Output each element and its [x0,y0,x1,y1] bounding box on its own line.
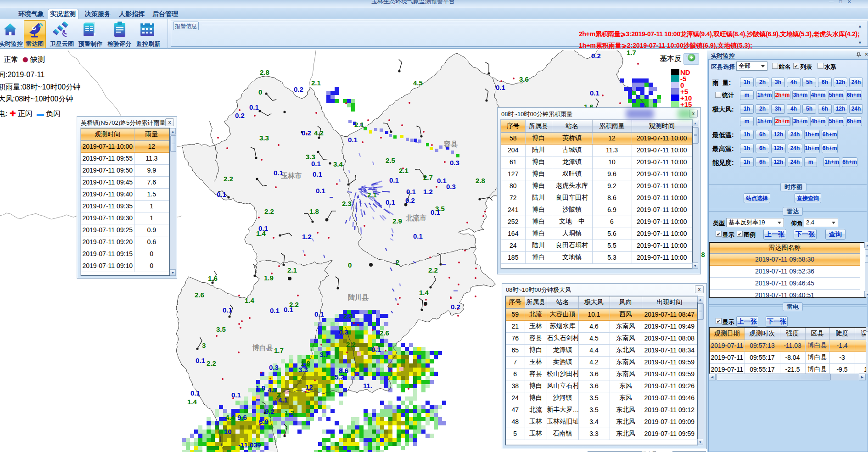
svg-text:0.1: 0.1 [406,188,416,195]
svg-text:0.1: 0.1 [231,391,241,399]
svg-text:0.1: 0.1 [196,357,205,364]
svg-text:0.1: 0.1 [348,136,358,144]
svg-text:3.3: 3.3 [298,366,308,374]
svg-text:0.3: 0.3 [446,183,456,190]
svg-text:2.1: 2.1 [399,167,409,174]
svg-text:2.9: 2.9 [392,217,402,225]
svg-text:0.1: 0.1 [389,176,399,184]
svg-text:1.4: 1.4 [245,296,255,304]
svg-text:-11.03: -11.03 [238,441,258,449]
svg-text:1.7: 1.7 [627,50,636,56]
svg-text:4.7: 4.7 [268,386,277,394]
svg-text:2.2: 2.2 [346,340,356,348]
svg-text:1.2: 1.2 [423,188,433,195]
svg-text:9.2: 9.2 [265,407,274,415]
svg-text:0.1: 0.1 [270,307,280,314]
svg-text:0.3: 0.3 [339,328,348,336]
svg-text:0.1: 0.1 [217,190,226,198]
svg-text:0.1: 0.1 [371,346,381,353]
svg-text:容县: 容县 [443,140,458,148]
svg-text:0.2: 0.2 [235,112,245,119]
svg-text:0.1: 0.1 [431,208,440,216]
svg-text:0.1: 0.1 [590,89,599,97]
svg-text:1.4: 1.4 [256,229,266,237]
svg-text:2.8: 2.8 [260,68,269,76]
svg-text:2.1: 2.1 [287,266,297,274]
svg-text:2.1: 2.1 [367,191,377,199]
svg-text:陆川县: 陆川县 [348,293,369,301]
svg-text:0.2: 0.2 [591,52,601,60]
svg-text:3.3: 3.3 [259,134,269,142]
svg-text:1.2: 1.2 [302,233,312,240]
svg-text:3.4: 3.4 [333,160,343,168]
svg-text:0.1: 0.1 [223,306,232,314]
svg-text:0.1: 0.1 [314,310,324,318]
svg-text:0.1: 0.1 [284,306,293,313]
svg-text:1.8: 1.8 [309,207,319,215]
svg-text:3.7: 3.7 [319,351,329,358]
svg-text:1.4: 1.4 [419,289,429,296]
svg-text:2.2: 2.2 [264,207,274,215]
svg-text:2: 2 [396,258,399,266]
svg-text:4.1: 4.1 [278,396,288,404]
svg-text:6.9: 6.9 [259,418,269,425]
svg-text:2.1: 2.1 [311,79,321,87]
svg-text:5.3: 5.3 [335,373,344,381]
svg-text:0.1: 0.1 [249,103,259,111]
svg-text:2.8: 2.8 [476,177,485,184]
svg-text:11.: 11. [363,382,372,390]
svg-text:1.8: 1.8 [256,384,265,392]
svg-text:1.6: 1.6 [208,274,218,282]
svg-text:3.6: 3.6 [519,75,529,83]
svg-text:0: 0 [348,261,352,269]
svg-text:9: 9 [257,441,261,449]
svg-text:2.2: 2.2 [207,359,216,367]
svg-text:0.3: 0.3 [269,363,279,371]
svg-text:0.1: 0.1 [496,84,505,91]
svg-text:北流市: 北流市 [405,214,426,222]
svg-text:2.3: 2.3 [343,312,353,320]
svg-text:玉林市: 玉林市 [281,172,302,179]
svg-text:2.2: 2.2 [428,266,438,274]
svg-text:1.2: 1.2 [285,409,294,417]
svg-text:0: 0 [258,88,262,96]
svg-text:0.1: 0.1 [437,177,447,184]
svg-text:3: 3 [202,341,206,349]
svg-text:0.2: 0.2 [294,85,303,93]
svg-text:2.2: 2.2 [224,175,233,183]
svg-text:0.1: 0.1 [190,389,200,397]
svg-text:0.1: 0.1 [386,198,395,206]
svg-text:2.1: 2.1 [354,121,364,128]
svg-text:0.1: 0.1 [313,170,322,178]
svg-text:2.6: 2.6 [195,291,204,299]
svg-text:3.5: 3.5 [216,325,226,333]
svg-text:10: 10 [224,428,232,435]
svg-text:0.1: 0.1 [311,160,321,167]
svg-text:0.2: 0.2 [302,129,311,137]
svg-text:1.4: 1.4 [187,398,197,406]
svg-text:2.7: 2.7 [423,173,433,181]
svg-text:0.2: 0.2 [405,196,415,204]
svg-text:0.1: 0.1 [413,232,423,240]
svg-text:博白县: 博白县 [252,344,273,352]
svg-text:4.5: 4.5 [413,79,423,87]
svg-text:0.2: 0.2 [451,303,460,311]
svg-text:2.5: 2.5 [386,156,395,164]
svg-text:0.3: 0.3 [450,159,459,167]
svg-text:9.6: 9.6 [237,413,247,421]
svg-text:1.9: 1.9 [264,274,274,282]
svg-text:0.1: 0.1 [316,187,325,195]
svg-text:2.3: 2.3 [342,200,352,207]
svg-text:1.7: 1.7 [274,346,284,354]
svg-text:12: 12 [305,383,313,391]
svg-text:4.4: 4.4 [225,413,235,421]
svg-text:4.2: 4.2 [314,129,324,137]
svg-text:2.6: 2.6 [380,329,389,337]
